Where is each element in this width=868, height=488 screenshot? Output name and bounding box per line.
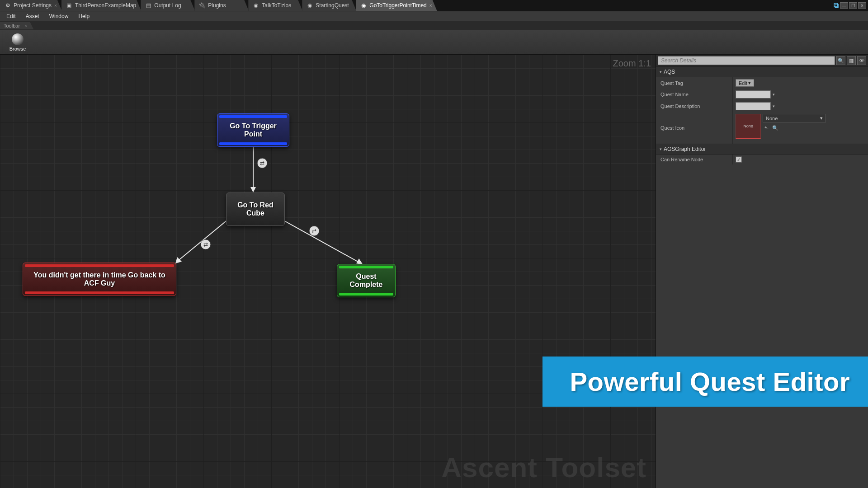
tab-label: StartingQuest — [316, 2, 349, 9]
toolbar-separator — [3, 31, 3, 53]
section-title: AGSGraph Editor — [664, 146, 706, 152]
node-title: Go To Trigger Point — [224, 117, 283, 143]
chevron-down-icon[interactable]: ▾ — [773, 92, 775, 97]
view-eye-icon[interactable]: 👁 — [857, 56, 866, 65]
browse-asset-icon[interactable]: 🔍 — [772, 124, 779, 131]
menu-help[interactable]: Help — [74, 12, 94, 20]
promo-banner: Powerful Quest Editor — [542, 357, 868, 407]
node-title: Quest Complete — [344, 268, 389, 293]
minimize-button[interactable]: — — [840, 2, 848, 9]
node-title: You didn't get there in time Go back to … — [29, 267, 170, 292]
view-grid-icon[interactable]: ▦ — [847, 56, 856, 65]
level-icon: ▣ — [66, 2, 72, 9]
quest-icon-dropdown[interactable]: None ▾ — [763, 114, 826, 122]
gear-icon: ⚙ — [5, 2, 11, 9]
window-controls: ⧉ — ☐ × — [833, 0, 868, 11]
details-search-row: 🔍 ▦ 👁 — [656, 55, 868, 66]
browse-label: Browse — [9, 46, 26, 52]
menu-edit[interactable]: Edit — [2, 12, 20, 20]
source-control-icon[interactable]: ⧉ — [833, 2, 839, 9]
quest-icon-thumbnail[interactable]: None — [736, 114, 761, 139]
tab-label: Plugins — [208, 2, 226, 9]
plug-icon: 🔌 — [199, 2, 205, 9]
prop-quest-desc-label: Quest Description — [656, 100, 733, 112]
graph-watermark: Ascent Toolset — [441, 451, 646, 483]
browse-icon — [12, 33, 24, 45]
zoom-label: Zoom 1:1 — [613, 58, 651, 69]
title-tab-strip: ⚙ Project Settings × ▣ ThirdPersonExampl… — [0, 0, 868, 11]
tab-label: Project Settings — [14, 2, 52, 9]
search-icon[interactable]: 🔍 — [836, 56, 845, 65]
prop-can-rename-label: Can Rename Node — [656, 155, 733, 164]
prop-quest-name-label: Quest Name — [656, 89, 733, 100]
prop-can-rename-value: ✓ — [733, 155, 868, 164]
can-rename-checkbox[interactable]: ✓ — [736, 156, 742, 163]
maximize-button[interactable]: ☐ — [849, 2, 857, 9]
tab-plugins[interactable]: 🔌 Plugins — [194, 0, 249, 11]
prop-quest-icon-value: None None ▾ ⬑ 🔍 — [733, 112, 868, 144]
tab-go-to-trigger-point-timed[interactable]: ◉ GoToTriggerPointTimed × — [356, 0, 437, 11]
tab-label: ThirdPersonExampleMap — [75, 2, 136, 9]
quest-name-field[interactable] — [736, 90, 771, 99]
tab-starting-quest[interactable]: ◉ StartingQuest — [302, 0, 356, 11]
graph-node-complete[interactable]: Quest Complete — [337, 264, 396, 297]
prop-quest-tag-value: Edit▾ — [733, 77, 868, 89]
close-icon[interactable]: × — [429, 3, 432, 8]
graph-canvas[interactable]: Zoom 1:1 ⇄ ⇄ ⇄ Go To Trigger Point Go To… — [0, 55, 656, 488]
node-title: Go To Red Cube — [233, 197, 278, 222]
graph-node-mid[interactable]: Go To Red Cube — [226, 192, 285, 226]
prop-quest-desc-value: ▾ — [733, 100, 868, 112]
prop-quest-tag-label: Quest Tag — [656, 77, 733, 89]
close-button[interactable]: × — [858, 2, 866, 9]
aqs-properties: Quest Tag Edit▾ Quest Name ▾ Quest Descr… — [656, 77, 868, 144]
quest-desc-field[interactable] — [736, 102, 771, 110]
tab-output-log[interactable]: ▤ Output Log — [141, 0, 195, 11]
section-aqs-header[interactable]: AQS — [656, 66, 868, 77]
asset-icon: ◉ — [360, 2, 367, 9]
toolbar: Browse — [0, 30, 868, 55]
close-icon[interactable]: × — [54, 3, 57, 8]
menu-asset[interactable]: Asset — [21, 12, 44, 20]
toolbar-tab[interactable]: Toolbar × — [0, 22, 33, 29]
details-panel: 🔍 ▦ 👁 AQS Quest Tag Edit▾ Quest Name ▾ Q… — [656, 55, 868, 488]
tab-label: GoToTriggerPointTimed — [369, 2, 427, 9]
quest-tag-edit-button[interactable]: Edit▾ — [736, 79, 754, 87]
prop-quest-icon-label: Quest Icon — [656, 112, 733, 144]
section-title: AQS — [664, 69, 675, 75]
tab-project-settings[interactable]: ⚙ Project Settings × — [0, 0, 62, 11]
chevron-down-icon: ▾ — [820, 115, 823, 121]
close-icon[interactable]: × — [25, 24, 27, 28]
graph-node-start[interactable]: Go To Trigger Point — [217, 113, 289, 147]
toolbar-tab-label: Toolbar — [4, 23, 20, 28]
main-area: Zoom 1:1 ⇄ ⇄ ⇄ Go To Trigger Point Go To… — [0, 55, 868, 488]
tab-map[interactable]: ▣ ThirdPersonExampleMap — [61, 0, 141, 11]
section-editor-header[interactable]: AGSGraph Editor — [656, 144, 868, 155]
search-input[interactable] — [658, 56, 835, 65]
asset-icon: ◉ — [307, 2, 313, 9]
graph-node-fail[interactable]: You didn't get there in time Go back to … — [23, 263, 176, 296]
menu-bar: File Edit Asset Window Help — [0, 11, 868, 21]
tab-label: TalkToTizios — [262, 2, 291, 9]
asset-icon: ◉ — [253, 2, 259, 9]
use-selected-icon[interactable]: ⬑ — [763, 124, 770, 131]
editor-properties: Can Rename Node ✓ — [656, 155, 868, 164]
prop-quest-name-value: ▾ — [733, 89, 868, 100]
menu-window[interactable]: Window — [45, 12, 73, 20]
chevron-down-icon[interactable]: ▾ — [773, 104, 775, 108]
tab-label: Output Log — [154, 2, 181, 9]
toolbar-tab-row: Toolbar × — [0, 21, 868, 30]
browse-button[interactable]: Browse — [7, 32, 28, 53]
chevron-down-icon: ▾ — [748, 80, 751, 86]
log-icon: ▤ — [145, 2, 151, 9]
tab-talk-to-tizios[interactable]: ◉ TalkToTizios — [248, 0, 302, 11]
